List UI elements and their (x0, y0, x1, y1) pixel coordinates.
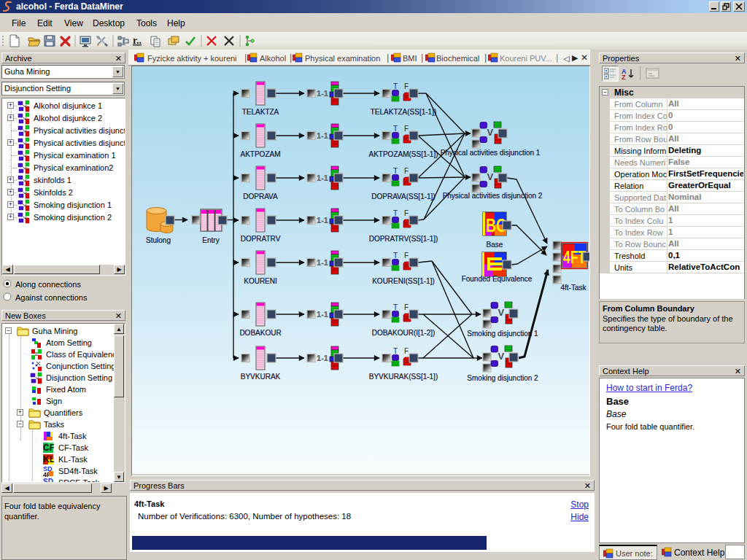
svg-text:1-1: 1-1 (317, 354, 328, 362)
svg-text:1-1: 1-1 (317, 89, 328, 98)
svg-text:1-1: 1-1 (317, 174, 328, 182)
svg-text:4ft-Task: 4ft-Task (560, 284, 587, 292)
svg-text:1-1: 1-1 (317, 310, 328, 319)
svg-text:1-1: 1-1 (317, 258, 328, 267)
svg-text:1-1: 1-1 (317, 131, 328, 140)
svg-text:Physical activities disjunctio: Physical activities disjunction 2 (443, 192, 543, 200)
svg-text:Stulong: Stulong (146, 236, 171, 244)
svg-text:Base: Base (487, 241, 503, 249)
svg-text:AKTPOZAM: AKTPOZAM (240, 150, 280, 158)
svg-text:DOPRAVA: DOPRAVA (243, 192, 278, 201)
svg-text:r..: r.. (133, 35, 142, 46)
svg-text:BYVKURAK: BYVKURAK (241, 373, 281, 381)
svg-text:Physical activities disjunctio: Physical activities disjunction 1 (441, 149, 541, 157)
svg-text:Smoking disjunction 2: Smoking disjunction 2 (467, 374, 538, 382)
svg-text:BYVKURAK(SS[1-1]): BYVKURAK(SS[1-1]) (369, 373, 438, 381)
svg-text:AKTPOZAM(SS[1-1]): AKTPOZAM(SS[1-1]) (368, 150, 438, 158)
svg-text:KOURENI(SS[1-1]): KOURENI(SS[1-1]) (372, 277, 435, 285)
svg-text:Entry: Entry (202, 236, 219, 244)
svg-text:Z: Z (622, 74, 626, 80)
svg-text:DOBAKOUR(I[1-2]): DOBAKOUR(I[1-2]) (372, 329, 436, 337)
svg-text:TELAKTZA(SS[1-1]): TELAKTZA(SS[1-1]) (371, 108, 437, 116)
svg-text:SD: SD (43, 478, 53, 483)
svg-text:DOPRATRV: DOPRATRV (241, 235, 281, 243)
svg-text:DOPRATRV(SS[1-1]): DOPRATRV(SS[1-1]) (369, 235, 438, 243)
svg-text:KOURENI: KOURENI (244, 277, 277, 285)
svg-text:KL: KL (43, 454, 54, 464)
svg-text:Smoking disjunction 1: Smoking disjunction 1 (467, 330, 538, 338)
svg-text:DOBAKOUR: DOBAKOUR (239, 329, 281, 337)
svg-text:CF: CF (43, 443, 54, 453)
svg-text:DOPRAVA(SS[1-1]): DOPRAVA(SS[1-1]) (371, 192, 435, 201)
svg-text:Founded Equivalence: Founded Equivalence (462, 275, 533, 283)
svg-text:TELAKTZA: TELAKTZA (242, 108, 279, 116)
svg-text:1-1: 1-1 (317, 216, 328, 225)
